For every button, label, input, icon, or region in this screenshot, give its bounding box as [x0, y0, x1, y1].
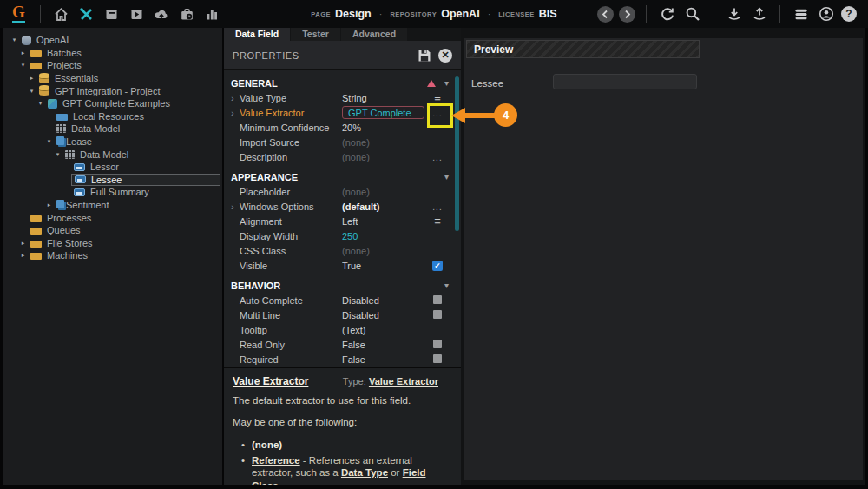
help-link[interactable]: Reference — [252, 455, 300, 466]
save-button[interactable] — [418, 49, 431, 63]
home-icon[interactable] — [53, 6, 69, 23]
prop-value[interactable]: True — [342, 261, 426, 271]
search-icon[interactable] — [684, 6, 700, 23]
tree-item-queues[interactable]: Queues — [3, 224, 222, 237]
chevron-down-icon[interactable]: ▾ — [18, 62, 28, 69]
grooper-logo-icon[interactable]: G — [12, 3, 25, 23]
tree-item-body[interactable]: Processes — [28, 212, 220, 224]
tree-item-processes[interactable]: Processes — [3, 211, 222, 224]
checkbox-unchecked[interactable] — [426, 295, 449, 306]
row-expander-icon[interactable]: › — [231, 109, 240, 117]
prop-row-placeholder[interactable]: Placeholder(none) — [224, 184, 461, 199]
tree-item-lessee[interactable]: Lessee — [3, 174, 222, 187]
chevron-right-icon[interactable]: ▸ — [18, 252, 28, 259]
menu-icon[interactable]: ≡ — [426, 216, 449, 227]
repository-value[interactable]: OpenAI — [441, 8, 479, 20]
refresh-icon[interactable] — [659, 6, 675, 23]
tree-item-body[interactable]: Queues — [28, 224, 220, 236]
tree-item-data-model[interactable]: ▾Data Model — [3, 148, 222, 161]
checkbox-unchecked[interactable] — [426, 354, 449, 365]
tree-item-gpt-integration-project[interactable]: ▾GPT Integration - Project — [3, 84, 222, 97]
cloud-upload-icon[interactable] — [154, 6, 170, 23]
tree-item-body[interactable]: Sentiment — [54, 199, 220, 211]
prop-value[interactable]: Left — [342, 216, 426, 227]
prop-row-windows-options[interactable]: ›Windows Options(default)... — [224, 199, 461, 214]
prop-row-minimum-confidence[interactable]: Minimum Confidence20% — [224, 120, 461, 135]
prop-value[interactable]: (none) — [342, 246, 426, 256]
tree-item-essentials[interactable]: ▸Essentials — [3, 72, 222, 85]
prop-value[interactable]: Disabled — [342, 295, 426, 306]
collapse-chevron-icon[interactable]: ▾ — [444, 281, 449, 290]
ellipsis-button[interactable]: ... — [426, 202, 449, 212]
tree-item-lease[interactable]: ▾Lease — [3, 135, 222, 149]
chevron-right-icon[interactable]: ▸ — [18, 50, 28, 56]
prop-row-value-extractor[interactable]: ›Value ExtractorGPT Complete... — [224, 105, 461, 120]
tree-item-local-resources[interactable]: Local Resources — [3, 110, 222, 123]
prop-value[interactable]: (default) — [342, 202, 426, 212]
tree-item-body[interactable]: OpenAI — [19, 34, 220, 46]
tree-item-body[interactable]: GPT Integration - Project — [36, 85, 220, 97]
chevron-right-icon[interactable]: ▸ — [18, 240, 28, 247]
prop-row-multi-line[interactable]: Multi LineDisabled — [224, 307, 461, 322]
tree-item-body[interactable]: Data Model — [54, 122, 220, 135]
section-header-behavior[interactable]: BEHAVIOR▾ — [224, 278, 461, 293]
tree-item-openai[interactable]: ▾OpenAI — [3, 34, 222, 47]
tree-item-body[interactable]: Local Resources — [54, 110, 220, 122]
prop-value[interactable]: 20% — [342, 122, 426, 133]
section-header-general[interactable]: GENERAL▾ — [224, 76, 461, 90]
tree-item-body[interactable]: Full Summary — [71, 186, 220, 198]
checkbox-unchecked[interactable] — [426, 310, 449, 320]
tab-advanced[interactable]: Advanced — [341, 28, 407, 41]
tree-item-file-stores[interactable]: ▸File Stores — [3, 237, 222, 250]
scrollbar-thumb[interactable] — [455, 76, 459, 231]
tree-item-projects[interactable]: ▾Projects — [3, 59, 222, 72]
row-expander-icon[interactable]: › — [231, 202, 240, 211]
prop-value[interactable]: (none) — [342, 187, 426, 197]
chevron-down-icon[interactable]: ▾ — [44, 138, 54, 145]
prop-row-css-class[interactable]: CSS Class(none) — [224, 243, 461, 258]
prop-row-alignment[interactable]: AlignmentLeft≡ — [224, 214, 461, 228]
jobs-clock-icon[interactable] — [179, 6, 195, 23]
collapse-chevron-icon[interactable]: ▾ — [444, 78, 449, 88]
prop-row-description[interactable]: Description(none)... — [224, 149, 461, 164]
prop-value[interactable]: String — [342, 93, 426, 103]
section-header-appearance[interactable]: APPEARANCE▾ — [224, 169, 461, 184]
prop-row-visible[interactable]: VisibleTrue✓ — [224, 258, 461, 273]
tree-item-body[interactable]: File Stores — [28, 237, 220, 249]
tree-item-body[interactable]: Lessor — [71, 161, 220, 173]
tree-item-body[interactable]: Machines — [28, 249, 220, 261]
chevron-down-icon[interactable]: ▾ — [36, 100, 45, 107]
prop-row-value-type[interactable]: ›Value TypeString≡ — [224, 90, 461, 105]
help-icon[interactable]: ? — [841, 6, 857, 22]
user-icon[interactable] — [818, 6, 834, 23]
tree-item-gpt-complete-examples[interactable]: ▾GPT Complete Examples — [3, 97, 222, 110]
chevron-right-icon[interactable]: ▸ — [44, 202, 54, 208]
batch-process-icon[interactable] — [128, 6, 145, 23]
back-button[interactable] — [597, 6, 614, 23]
batches-archive-icon[interactable] — [103, 6, 120, 23]
tree-item-body[interactable]: Data Model — [62, 149, 220, 161]
stats-icon[interactable] — [204, 6, 220, 23]
prop-value[interactable]: (none) — [342, 137, 426, 148]
help-link[interactable]: Data Type — [341, 467, 388, 478]
row-expander-icon[interactable]: › — [231, 94, 240, 102]
tree-item-batches[interactable]: ▸Batches — [3, 47, 222, 60]
tools-icon[interactable] — [78, 6, 95, 23]
tab-data-field[interactable]: Data Field — [224, 28, 290, 41]
menu-icon[interactable]: ≡ — [426, 93, 449, 103]
help-type-link[interactable]: Value Extractor — [369, 376, 438, 387]
chevron-down-icon[interactable]: ▾ — [10, 36, 19, 43]
chevron-down-icon[interactable]: ▾ — [53, 151, 62, 158]
forward-button[interactable] — [619, 6, 635, 23]
tree-item-lessor[interactable]: Lessor — [3, 161, 222, 174]
database-stack-icon[interactable] — [792, 6, 809, 23]
tree-item-body[interactable]: Lease — [54, 135, 220, 148]
ellipsis-button[interactable]: ... — [426, 152, 449, 162]
prop-value-box[interactable]: GPT Complete — [342, 106, 424, 119]
prop-value[interactable]: GPT Complete — [342, 106, 426, 119]
prop-row-display-width[interactable]: Display Width250 — [224, 228, 461, 243]
tree-item-body[interactable]: Lessee — [71, 174, 220, 186]
prop-row-import-source[interactable]: Import Source(none) — [224, 135, 461, 149]
prop-value[interactable]: (none) — [342, 152, 426, 162]
tree-item-body[interactable]: GPT Complete Examples — [45, 97, 220, 109]
